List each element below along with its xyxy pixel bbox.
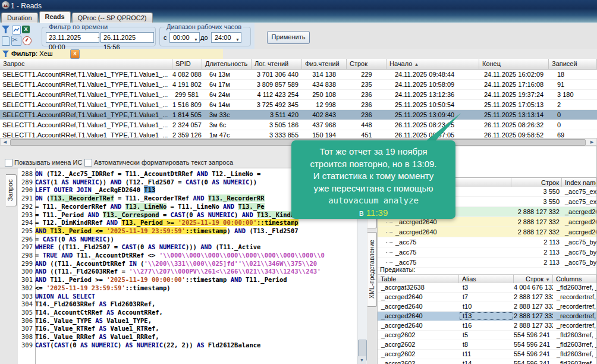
- scroll-down-arrow[interactable]: ▼: [357, 356, 366, 364]
- cell: _fld2603rref, _fl: [553, 283, 596, 292]
- gauge-icon[interactable]: [23, 36, 32, 45]
- tooltip-code: autovacuum analyze: [291, 194, 455, 207]
- cell: 3 701 306 440: [252, 70, 302, 79]
- table-row[interactable]: _accrged2640t132 888 127 332_recordertre…: [378, 312, 596, 321]
- date-from-field[interactable]: 23.11.2025 00:00: [46, 32, 99, 43]
- document-icon[interactable]: [2, 36, 11, 45]
- cell: t14: [459, 359, 514, 364]
- table-row[interactable]: SELECTT1.AccountRRef,T1.Value1_TYPE,T1.V…: [0, 90, 597, 100]
- cell: 3 725 492 345: [252, 100, 302, 109]
- cell: 24.11.2025 13:12:36: [387, 90, 479, 99]
- from-label: с: [164, 34, 167, 41]
- column-header[interactable]: Начало ▲: [387, 59, 479, 69]
- show-names-checkbox[interactable]: [5, 159, 12, 167]
- cell: 25.11.2025 13:13:14: [479, 110, 549, 120]
- cell: 4 112 423 254: [252, 90, 302, 99]
- cell: SELECTT1.AccountRRef,T1.Value1_TYPE,T1.V…: [0, 70, 172, 79]
- auto-format-label: Автоматически форматировать текст запрос…: [94, 159, 233, 166]
- code-line: T16._Value_TYPE AS Value1_TYPE,: [35, 317, 356, 325]
- table-row[interactable]: SELECTT1.AccountRRef,T1.Value1_TYPE,T1.V…: [0, 80, 597, 90]
- tab-qproc-sp-qproc2-[interactable]: QProc (-- SP QPROC2): [72, 12, 153, 23]
- cell: 6ч 17м: [202, 80, 252, 89]
- time-filter-title: Фильтр по времени: [47, 23, 109, 30]
- column-header[interactable]: Физ.чтений: [302, 59, 347, 69]
- column-header[interactable]: Лог. чтений: [252, 59, 302, 69]
- chart-icon[interactable]: [12, 26, 21, 34]
- auto-format-checkbox[interactable]: [84, 159, 92, 167]
- column-header[interactable]: Строк ▼: [514, 275, 553, 284]
- filter-value: Хеш: [39, 50, 52, 57]
- cell: _recordertref, _r: [553, 321, 596, 330]
- column-header[interactable]: Конец: [479, 59, 549, 69]
- cell: 24.11.2025 16:02:09: [479, 70, 549, 79]
- cell: 25.11.2025 10:50:54: [387, 100, 479, 109]
- title-bar: 1 - Reads DurationReadsQProc (-- SP QPRO…: [0, 0, 597, 23]
- scroll-left-arrow[interactable]: ◀: [1, 139, 10, 145]
- code-line: AND T13._Period <= '2025-11-19 23:59:59'…: [35, 227, 356, 236]
- table-row[interactable]: _accrged26402 888 127 332_accrged2640_by…: [378, 227, 596, 237]
- scissors-icon[interactable]: ✂: [11, 36, 21, 46]
- table-row[interactable]: SELECTT1.AccountRRef,T1.Value1_TYPE,T1.V…: [0, 100, 597, 110]
- column-header[interactable]: Строк: [511, 178, 562, 187]
- scroll-right-arrow[interactable]: ▶: [587, 139, 596, 145]
- table-row[interactable]: _accrged2640t102 888 127 332_recordertre…: [378, 302, 596, 312]
- column-header[interactable]: Строк: [347, 59, 387, 69]
- cell: 3 809 857 589: [252, 80, 302, 89]
- cell: 1 814 505: [172, 110, 202, 120]
- cell: _accrged2640: [378, 302, 459, 311]
- date-to-field[interactable]: 26.11.2025 15:56: [100, 32, 154, 43]
- table-row[interactable]: _accrg2602t14554 596 241_fld2603rref, _a: [378, 359, 596, 364]
- column-header[interactable]: SPID: [172, 59, 202, 69]
- line-numbers: 288 289 290 291 292 293 294 295 296 297 …: [18, 170, 33, 349]
- column-header[interactable]: Alias: [459, 275, 514, 284]
- cell: 3м 6с: [202, 120, 252, 130]
- cell: t13: [459, 312, 514, 321]
- table-row[interactable]: _accrgat32638t34 004 676 132_fld2603rref…: [378, 283, 596, 293]
- column-header[interactable]: Index name: [562, 178, 596, 187]
- table-row[interactable]: _acc752 113_acc75_bydescr: [378, 247, 596, 258]
- table-row[interactable]: SELECTT1.AccountRRef,T1.Value1_TYPE,T1.V…: [0, 120, 597, 130]
- cell: 235: [347, 80, 387, 89]
- table-row[interactable]: SELECTT1.AccountRRef,T1.Value1_TYPE,T1.V…: [0, 70, 597, 80]
- tooltip-line: уже пересчитана с помощью: [291, 183, 455, 195]
- window-title: 1 - Reads: [11, 2, 42, 10]
- cell: 2 888 127 332: [511, 217, 562, 227]
- table-row[interactable]: _acc752 113_acc75_byparentdescr: [378, 237, 596, 247]
- cell: _fld2603rref, _a: [553, 340, 596, 349]
- table-row[interactable]: _accrged2640t72 888 127 332_recordertref…: [378, 293, 596, 302]
- column-header[interactable]: Записей: [549, 59, 597, 69]
- cell: 18: [549, 70, 597, 79]
- code-line: = TRUE AND T11._AccountDtRRef <> '\\000\…: [35, 252, 356, 260]
- filter-icon[interactable]: [2, 26, 11, 34]
- code-line: AND T11._Period >= '2025-11-19 00:00:00'…: [35, 276, 356, 284]
- filter-label: Фильтр: [11, 50, 36, 57]
- cell: 2 888 127 332: [511, 207, 562, 216]
- cell: SELECTT1.AccountRRef,T1.Value1_TYPE,T1.V…: [0, 100, 172, 109]
- column-header[interactable]: Длительность: [202, 59, 252, 69]
- table-row[interactable]: _accrg2602t8554 596 241_fld2603rref, _a: [378, 340, 596, 350]
- clear-filter-button[interactable]: X: [70, 49, 80, 59]
- excel-export-icon[interactable]: X: [22, 26, 31, 34]
- query-table-header: ЗапросSPIDДлительностьЛог. чтенийФиз.чте…: [0, 59, 597, 70]
- cell: _acc75_byparentdescr: [562, 237, 596, 247]
- cell: _fld2603rref, _a: [553, 331, 596, 340]
- cell: 4 004 676 132: [514, 283, 553, 292]
- tab-reads[interactable]: Reads: [39, 11, 71, 23]
- cell: 4 082 088: [172, 70, 202, 79]
- table-row[interactable]: _accrg2602t11554 596 241_fld2603rref, _a: [378, 350, 596, 359]
- query-side-tab[interactable]: Запрос: [6, 174, 17, 206]
- tab-duration[interactable]: Duration: [1, 12, 38, 23]
- hours-from-select[interactable]: 00:00▼: [169, 32, 200, 43]
- table-row[interactable]: SELECTT1.AccountRRef,T1.Value1_TYPE,T1.V…: [0, 110, 597, 120]
- work-hours-title: Диапазон рабочих часов: [165, 23, 243, 30]
- cell: 91: [549, 80, 597, 89]
- apply-button[interactable]: Применить: [267, 31, 310, 44]
- column-header[interactable]: Запрос: [0, 59, 172, 69]
- xml-view-side-tab[interactable]: XML-представление: [367, 232, 377, 307]
- table-row[interactable]: _accrg2602t5554 596 241_fld2603rref, _a: [378, 331, 596, 340]
- hours-to-select[interactable]: 24:00▼: [211, 32, 241, 43]
- table-row[interactable]: _accrged2640t162 888 127 332_recordertre…: [378, 321, 596, 331]
- column-header[interactable]: Table: [378, 275, 459, 284]
- column-header[interactable]: Columns: [553, 275, 596, 284]
- tooltip-time-line: в 11:39: [291, 207, 455, 219]
